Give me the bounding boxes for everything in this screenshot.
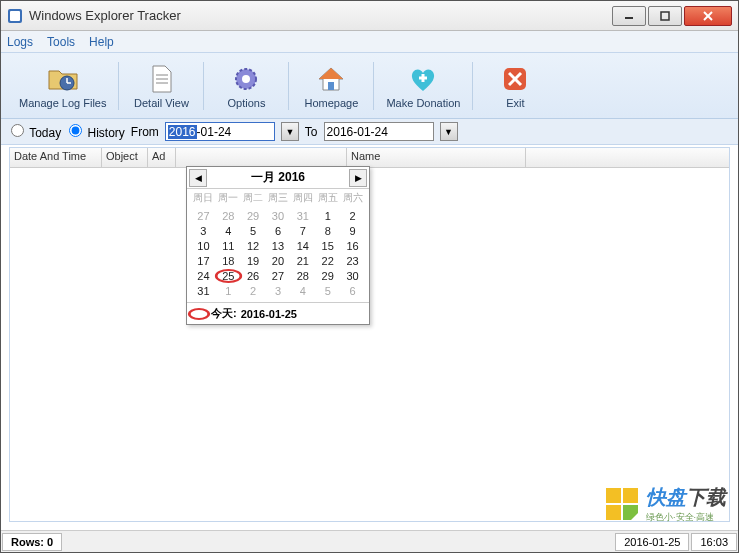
calendar-day[interactable]: 27 [191,209,216,223]
gear-icon [230,63,262,95]
calendar-day[interactable]: 26 [241,269,266,283]
to-date-dropdown[interactable]: ▼ [440,122,458,141]
calendar-day[interactable]: 20 [266,254,291,268]
calendar-day[interactable]: 19 [241,254,266,268]
calendar-day[interactable]: 5 [241,224,266,238]
calendar-day[interactable]: 16 [340,239,365,253]
calendar-day[interactable]: 22 [315,254,340,268]
calendar-prev-month[interactable]: ◀ [189,169,207,187]
calendar-day[interactable]: 21 [290,254,315,268]
calendar-day[interactable]: 30 [266,209,291,223]
svg-rect-22 [606,505,621,520]
make-donation-button[interactable]: Make Donation [376,57,470,115]
calendar-day[interactable]: 30 [340,269,365,283]
calendar-day[interactable]: 28 [216,209,241,223]
calendar-day[interactable]: 2 [340,209,365,223]
calendar-day[interactable]: 18 [216,254,241,268]
menu-help[interactable]: Help [89,35,114,49]
calendar-day[interactable]: 29 [315,269,340,283]
toolbar-separator [118,62,119,110]
app-icon [7,8,23,24]
watermark: 快盘下载 绿色小·安全·高速 [604,484,726,524]
col-date-time[interactable]: Date And Time [10,148,102,167]
options-button[interactable]: Options [206,57,286,115]
calendar-day[interactable]: 11 [216,239,241,253]
calendar-next-month[interactable]: ▶ [349,169,367,187]
from-date-input[interactable]: 2016-01-24 [165,122,275,141]
calendar-day[interactable]: 27 [266,269,291,283]
folder-clock-icon [47,63,79,95]
toolbar-label: Manage Log Files [19,97,106,109]
toolbar-separator [288,62,289,110]
detail-view-button[interactable]: Detail View [121,57,201,115]
calendar-day[interactable]: 1 [315,209,340,223]
exit-icon [499,63,531,95]
calendar-day[interactable]: 6 [266,224,291,238]
manage-log-files-button[interactable]: Manage Log Files [9,57,116,115]
calendar-day[interactable]: 29 [241,209,266,223]
menu-logs[interactable]: Logs [7,35,33,49]
calendar-day[interactable]: 24 [191,269,216,283]
toolbar-label: Exit [506,97,524,109]
calendar-day[interactable]: 14 [290,239,315,253]
calendar-day[interactable]: 31 [290,209,315,223]
status-rows: Rows: 0 [2,533,62,551]
calendar-day[interactable]: 17 [191,254,216,268]
calendar-day[interactable]: 31 [191,284,216,298]
minimize-button[interactable] [612,6,646,26]
to-label: To [305,125,318,139]
calendar-day[interactable]: 3 [266,284,291,298]
col-object[interactable]: Object [102,148,148,167]
status-bar: Rows: 0 2016-01-25 16:03 [1,530,738,552]
calendar-day[interactable]: 23 [340,254,365,268]
col-name[interactable]: Name [346,148,526,167]
col-action[interactable]: Ad [148,148,176,167]
calendar-day[interactable]: 13 [266,239,291,253]
calendar-day[interactable]: 28 [290,269,315,283]
watermark-tagline: 绿色小·安全·高速 [646,511,726,524]
status-time: 16:03 [691,533,737,551]
watermark-logo-icon [604,486,640,522]
toolbar-label: Detail View [134,97,189,109]
calendar-grid: 2728293031123456789101112131415161718192… [187,207,369,302]
toolbar-separator [472,62,473,110]
calendar-day[interactable]: 5 [315,284,340,298]
calendar-day[interactable]: 9 [340,224,365,238]
calendar-day[interactable]: 8 [315,224,340,238]
toolbar-label: Options [227,97,265,109]
toolbar-separator [373,62,374,110]
toolbar-separator [203,62,204,110]
calendar-day[interactable]: 12 [241,239,266,253]
calendar-day[interactable]: 4 [216,224,241,238]
calendar-day[interactable]: 10 [191,239,216,253]
calendar-today-link[interactable]: 今天: 2016-01-25 [187,302,369,324]
from-date-dropdown[interactable]: ▼ [281,122,299,141]
titlebar: Windows Explorer Tracker [1,1,738,31]
calendar-day[interactable]: 15 [315,239,340,253]
filter-bar: Today History From 2016-01-24 ▼ To 2016-… [1,119,738,145]
watermark-brand: 快盘下载 [646,484,726,511]
calendar-day[interactable]: 7 [290,224,315,238]
calendar-title[interactable]: 一月 2016 [251,169,305,186]
homepage-button[interactable]: Homepage [291,57,371,115]
to-date-input[interactable]: 2016-01-24 [324,122,434,141]
today-circle-icon [188,308,210,320]
close-button[interactable] [684,6,732,26]
maximize-button[interactable] [648,6,682,26]
history-radio[interactable]: History [67,124,125,140]
svg-rect-3 [661,12,669,20]
toolbar: Manage Log Files Detail View Options Hom… [1,53,738,119]
calendar-day[interactable]: 1 [216,284,241,298]
status-date: 2016-01-25 [615,533,689,551]
svg-rect-14 [328,82,334,90]
today-radio[interactable]: Today [9,124,61,140]
menu-tools[interactable]: Tools [47,35,75,49]
calendar-day[interactable]: 3 [191,224,216,238]
calendar-day[interactable]: 4 [290,284,315,298]
calendar-day[interactable]: 2 [241,284,266,298]
date-picker-popup: ◀ 一月 2016 ▶ 周日周一周二周三周四周五周六 2728293031123… [186,166,370,325]
calendar-day[interactable]: 25 [216,269,241,283]
calendar-day[interactable]: 6 [340,284,365,298]
exit-button[interactable]: Exit [475,57,555,115]
toolbar-label: Homepage [305,97,359,109]
